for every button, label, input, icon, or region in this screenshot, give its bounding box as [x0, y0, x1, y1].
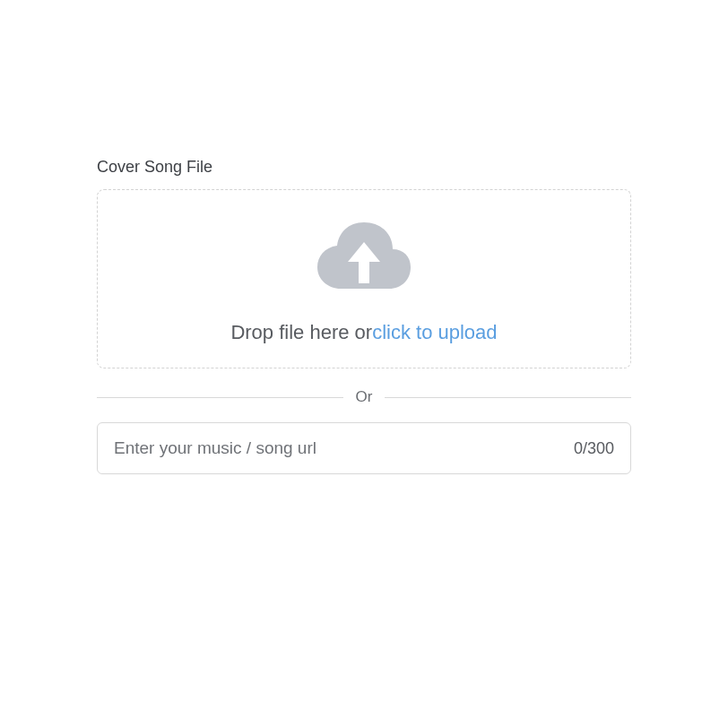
- file-dropzone[interactable]: Drop file here orclick to upload: [97, 189, 631, 368]
- music-url-input[interactable]: [114, 438, 565, 458]
- upload-cloud-icon: [316, 215, 412, 296]
- cover-song-file-section: Cover Song File Drop file here orclick t…: [97, 158, 631, 474]
- url-input-wrapper[interactable]: 0/300: [97, 422, 631, 474]
- click-to-upload-link[interactable]: click to upload: [372, 321, 497, 343]
- divider-label: Or: [343, 388, 386, 406]
- dropzone-text: Drop file here orclick to upload: [116, 321, 612, 344]
- divider-line-left: [97, 397, 343, 398]
- section-label: Cover Song File: [97, 158, 631, 177]
- dropzone-text-prefix: Drop file here or: [230, 321, 372, 343]
- char-count: 0/300: [565, 439, 614, 458]
- divider: Or: [97, 388, 631, 406]
- divider-line-right: [385, 397, 631, 398]
